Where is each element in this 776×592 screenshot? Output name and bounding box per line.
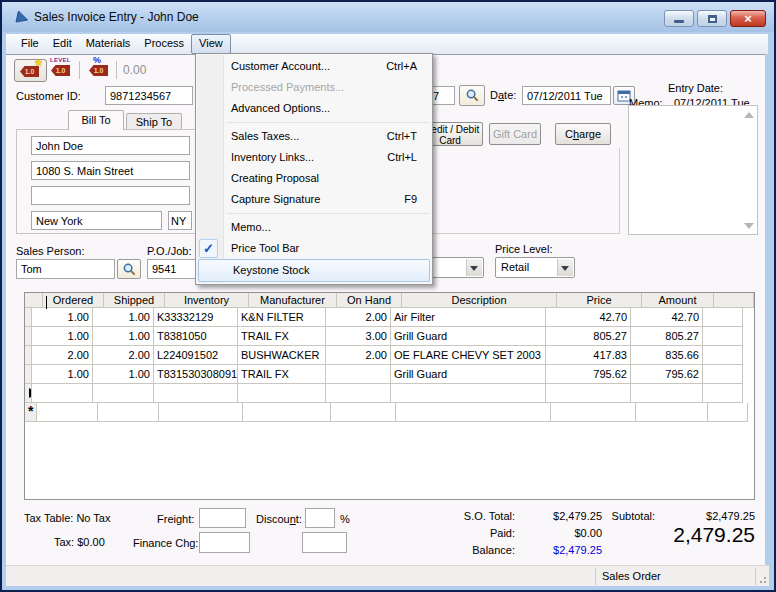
row-selector[interactable] xyxy=(25,308,32,327)
grid-cell[interactable] xyxy=(326,365,391,384)
menu-view[interactable]: View xyxy=(191,34,231,54)
account-lookup-button[interactable] xyxy=(459,85,485,106)
grid-cell[interactable] xyxy=(391,384,546,403)
row-selector[interactable]: * xyxy=(25,403,37,422)
bill-to-line3-input[interactable] xyxy=(31,186,190,205)
row-selector[interactable] xyxy=(25,384,32,403)
menu-process[interactable]: Process xyxy=(137,34,191,54)
grid-cell[interactable]: 795.62 xyxy=(546,365,631,384)
view-menu-item-processed-payments[interactable]: Processed Payments... xyxy=(197,77,431,98)
grid-cell[interactable]: 1.00 xyxy=(93,365,154,384)
grid-cell[interactable] xyxy=(331,403,396,422)
grid-cell[interactable]: Grill Guard xyxy=(391,327,546,346)
grid-cell[interactable]: 42.70 xyxy=(631,308,703,327)
view-menu-item-advanced-options[interactable]: Advanced Options... xyxy=(197,98,431,119)
grid-cell[interactable]: 805.27 xyxy=(546,327,631,346)
new-price-button[interactable]: 1.0 ★ xyxy=(14,59,47,82)
combo-button[interactable] xyxy=(557,259,573,276)
grid-cell[interactable] xyxy=(396,403,551,422)
grid-cell[interactable]: 1.00 xyxy=(93,327,154,346)
price-level-combo[interactable]: Retail xyxy=(495,257,575,278)
grid-cell[interactable]: K33332129 xyxy=(154,308,238,327)
view-menu-item-sales-taxes[interactable]: Sales Taxes...Ctrl+T xyxy=(197,126,431,147)
grid-cell[interactable] xyxy=(37,403,98,422)
scroll-down-icon[interactable] xyxy=(744,223,754,229)
grid-cell[interactable]: L224091502 xyxy=(154,346,238,365)
view-menu-item-customer-account[interactable]: Customer Account...Ctrl+A xyxy=(197,56,431,77)
resize-grip-icon[interactable] xyxy=(756,573,766,583)
grid-cell[interactable]: BUSHWACKER xyxy=(238,346,326,365)
grid-cell[interactable] xyxy=(546,384,631,403)
maximize-button[interactable] xyxy=(697,10,727,27)
row-selector[interactable] xyxy=(25,346,32,365)
grid-cell[interactable] xyxy=(703,346,743,365)
gift-card-button[interactable]: Gift Card xyxy=(489,123,541,145)
grid-cell[interactable]: 2.00 xyxy=(32,346,93,365)
grid-cell[interactable] xyxy=(238,384,326,403)
grid-cell[interactable]: OE FLARE CHEVY SET 2003 xyxy=(391,346,546,365)
minimize-button[interactable] xyxy=(664,10,694,27)
close-button[interactable]: × xyxy=(730,10,766,27)
grid-cell[interactable] xyxy=(154,384,238,403)
grid-cell[interactable] xyxy=(93,384,154,403)
discount-amount-input[interactable] xyxy=(302,532,347,553)
grid-cell[interactable] xyxy=(636,403,708,422)
freight-input[interactable] xyxy=(199,508,246,528)
grid-cell[interactable] xyxy=(703,365,743,384)
grid-cell[interactable]: TRAIL FX xyxy=(238,327,326,346)
sales-person-input[interactable] xyxy=(16,259,115,279)
view-menu-item-inventory-links[interactable]: Inventory Links...Ctrl+L xyxy=(197,147,431,168)
grid-cell[interactable]: K&N FILTER xyxy=(238,308,326,327)
grid-cell[interactable]: 1.00 xyxy=(32,308,93,327)
row-selector[interactable] xyxy=(25,365,32,384)
grid-cell[interactable]: 1.00 xyxy=(32,365,93,384)
grid-cell[interactable]: TRAIL FX xyxy=(238,365,326,384)
row-selector[interactable] xyxy=(25,327,32,346)
customer-id-input[interactable] xyxy=(105,86,193,105)
charge-button[interactable]: Charge xyxy=(555,123,611,145)
view-menu-item-capture-signature[interactable]: Capture SignatureF9 xyxy=(197,189,431,210)
discount-percent-input[interactable] xyxy=(305,508,335,528)
grid-cell[interactable] xyxy=(703,384,743,403)
menu-materials[interactable]: Materials xyxy=(79,34,138,54)
tab-bill-to[interactable]: Bill To xyxy=(68,110,124,130)
discount-tag-button[interactable]: % 1.0 xyxy=(88,58,112,82)
grid-cell[interactable]: 2.00 xyxy=(93,346,154,365)
date-input[interactable] xyxy=(522,86,611,105)
grid-cell[interactable] xyxy=(32,384,93,403)
grid-cell[interactable]: T8381050 xyxy=(154,327,238,346)
grid-cell[interactable]: 805.27 xyxy=(631,327,703,346)
menu-edit[interactable]: Edit xyxy=(46,34,79,54)
finance-chg-input[interactable] xyxy=(199,532,250,553)
combo-button[interactable] xyxy=(466,259,482,276)
price-level-button[interactable]: LEVEL 1.0 xyxy=(50,58,74,82)
grid-cell[interactable] xyxy=(326,384,391,403)
bill-to-state-input[interactable] xyxy=(168,211,192,230)
grid-cell[interactable]: Grill Guard xyxy=(391,365,546,384)
grid-cell[interactable] xyxy=(243,403,331,422)
bill-to-city-input[interactable] xyxy=(31,211,162,230)
memo-textarea[interactable] xyxy=(628,105,758,235)
grid-cell[interactable]: 417.83 xyxy=(546,346,631,365)
tab-ship-to[interactable]: Ship To xyxy=(126,113,182,130)
grid-cell[interactable]: T831530308091 xyxy=(154,365,238,384)
bill-to-street-input[interactable] xyxy=(31,161,190,180)
grid-cell[interactable] xyxy=(551,403,636,422)
grid-cell[interactable] xyxy=(703,308,743,327)
grid-cell[interactable] xyxy=(631,384,703,403)
grid-cell[interactable] xyxy=(703,327,743,346)
grid-cell[interactable]: 835.66 xyxy=(631,346,703,365)
sales-person-lookup-button[interactable] xyxy=(117,259,141,279)
grid-cell[interactable]: 42.70 xyxy=(546,308,631,327)
grid-cell[interactable] xyxy=(98,403,159,422)
grid-cell[interactable]: 1.00 xyxy=(93,308,154,327)
scroll-up-icon[interactable] xyxy=(744,112,754,118)
grid-cell[interactable]: 3.00 xyxy=(326,327,391,346)
grid-cell[interactable]: 795.62 xyxy=(631,365,703,384)
title-bar[interactable]: Sales Invoice Entry - John Doe × xyxy=(2,2,774,32)
grid-cell[interactable]: 2.00 xyxy=(326,346,391,365)
view-menu-item-creating-proposal[interactable]: Creating Proposal xyxy=(197,168,431,189)
menu-file[interactable]: File xyxy=(14,34,46,54)
grid-cell[interactable]: 2.00 xyxy=(326,308,391,327)
view-menu-item-price-tool-bar[interactable]: ✓Price Tool Bar xyxy=(197,238,431,259)
